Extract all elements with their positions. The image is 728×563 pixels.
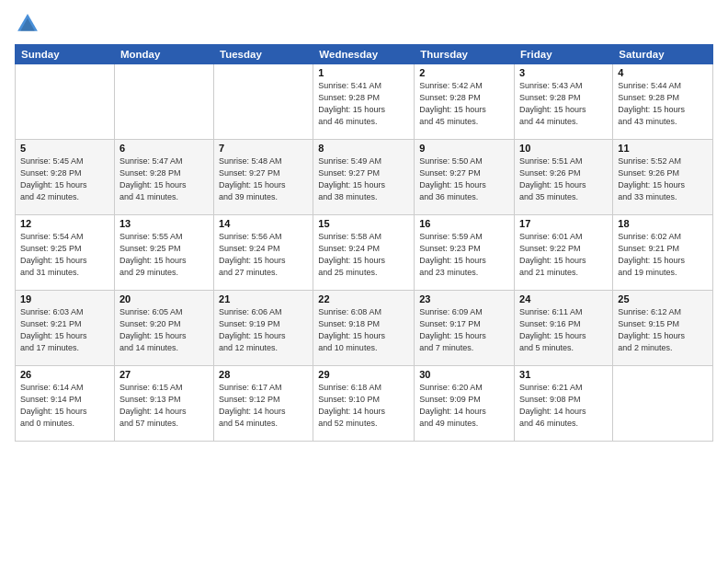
day-info: Sunrise: 6:15 AM Sunset: 9:13 PM Dayligh… bbox=[119, 382, 209, 430]
day-info: Sunrise: 6:12 AM Sunset: 9:15 PM Dayligh… bbox=[618, 306, 708, 354]
calendar-cell: 5Sunrise: 5:45 AM Sunset: 9:28 PM Daylig… bbox=[16, 140, 115, 215]
calendar-cell: 21Sunrise: 6:06 AM Sunset: 9:19 PM Dayli… bbox=[214, 291, 313, 366]
weekday-header-saturday: Saturday bbox=[613, 45, 713, 64]
calendar-cell: 2Sunrise: 5:42 AM Sunset: 9:28 PM Daylig… bbox=[415, 64, 515, 140]
day-number: 27 bbox=[119, 369, 209, 380]
day-number: 13 bbox=[119, 218, 209, 229]
day-info: Sunrise: 5:58 AM Sunset: 9:24 PM Dayligh… bbox=[318, 231, 409, 279]
calendar-cell: 26Sunrise: 6:14 AM Sunset: 9:14 PM Dayli… bbox=[16, 366, 115, 442]
weekday-header-tuesday: Tuesday bbox=[214, 45, 313, 64]
day-number: 30 bbox=[419, 369, 509, 380]
calendar-cell bbox=[613, 366, 713, 442]
day-number: 29 bbox=[318, 369, 409, 380]
calendar-cell: 12Sunrise: 5:54 AM Sunset: 9:25 PM Dayli… bbox=[16, 215, 115, 291]
day-number: 3 bbox=[519, 67, 608, 78]
day-info: Sunrise: 6:18 AM Sunset: 9:10 PM Dayligh… bbox=[318, 382, 409, 430]
day-info: Sunrise: 6:01 AM Sunset: 9:22 PM Dayligh… bbox=[519, 231, 608, 279]
calendar-cell: 19Sunrise: 6:03 AM Sunset: 9:21 PM Dayli… bbox=[16, 291, 115, 366]
weekday-header-row: SundayMondayTuesdayWednesdayThursdayFrid… bbox=[16, 45, 713, 64]
week-row-5: 26Sunrise: 6:14 AM Sunset: 9:14 PM Dayli… bbox=[16, 366, 713, 442]
calendar-cell: 24Sunrise: 6:11 AM Sunset: 9:16 PM Dayli… bbox=[515, 291, 613, 366]
day-info: Sunrise: 5:48 AM Sunset: 9:27 PM Dayligh… bbox=[219, 155, 308, 203]
calendar-cell: 20Sunrise: 6:05 AM Sunset: 9:20 PM Dayli… bbox=[114, 291, 213, 366]
day-info: Sunrise: 6:20 AM Sunset: 9:09 PM Dayligh… bbox=[419, 382, 509, 430]
day-info: Sunrise: 5:52 AM Sunset: 9:26 PM Dayligh… bbox=[618, 155, 708, 203]
day-info: Sunrise: 6:17 AM Sunset: 9:12 PM Dayligh… bbox=[219, 382, 308, 430]
calendar-cell: 3Sunrise: 5:43 AM Sunset: 9:28 PM Daylig… bbox=[515, 64, 613, 140]
day-number: 31 bbox=[519, 369, 608, 380]
day-info: Sunrise: 6:02 AM Sunset: 9:21 PM Dayligh… bbox=[618, 231, 708, 279]
day-info: Sunrise: 5:44 AM Sunset: 9:28 PM Dayligh… bbox=[618, 80, 708, 128]
week-row-2: 5Sunrise: 5:45 AM Sunset: 9:28 PM Daylig… bbox=[16, 140, 713, 215]
day-number: 21 bbox=[219, 293, 308, 304]
day-info: Sunrise: 6:14 AM Sunset: 9:14 PM Dayligh… bbox=[20, 382, 109, 430]
calendar-cell: 6Sunrise: 5:47 AM Sunset: 9:28 PM Daylig… bbox=[114, 140, 213, 215]
day-number: 23 bbox=[419, 293, 509, 304]
calendar-cell: 31Sunrise: 6:21 AM Sunset: 9:08 PM Dayli… bbox=[515, 366, 613, 442]
day-info: Sunrise: 5:49 AM Sunset: 9:27 PM Dayligh… bbox=[318, 155, 409, 203]
day-number: 8 bbox=[318, 143, 409, 154]
calendar-cell: 14Sunrise: 5:56 AM Sunset: 9:24 PM Dayli… bbox=[214, 215, 313, 291]
calendar-cell: 1Sunrise: 5:41 AM Sunset: 9:28 PM Daylig… bbox=[313, 64, 415, 140]
day-info: Sunrise: 5:51 AM Sunset: 9:26 PM Dayligh… bbox=[519, 155, 608, 203]
day-number: 18 bbox=[618, 218, 708, 229]
calendar-cell: 22Sunrise: 6:08 AM Sunset: 9:18 PM Dayli… bbox=[313, 291, 415, 366]
day-number: 6 bbox=[119, 143, 209, 154]
day-info: Sunrise: 5:45 AM Sunset: 9:28 PM Dayligh… bbox=[20, 155, 109, 203]
weekday-header-monday: Monday bbox=[114, 45, 213, 64]
calendar-cell: 27Sunrise: 6:15 AM Sunset: 9:13 PM Dayli… bbox=[114, 366, 213, 442]
calendar-cell: 4Sunrise: 5:44 AM Sunset: 9:28 PM Daylig… bbox=[613, 64, 713, 140]
calendar-cell: 18Sunrise: 6:02 AM Sunset: 9:21 PM Dayli… bbox=[613, 215, 713, 291]
day-number: 10 bbox=[519, 143, 608, 154]
calendar-cell: 23Sunrise: 6:09 AM Sunset: 9:17 PM Dayli… bbox=[415, 291, 515, 366]
day-number: 14 bbox=[219, 218, 308, 229]
week-row-4: 19Sunrise: 6:03 AM Sunset: 9:21 PM Dayli… bbox=[16, 291, 713, 366]
day-info: Sunrise: 5:55 AM Sunset: 9:25 PM Dayligh… bbox=[119, 231, 209, 279]
calendar-cell: 17Sunrise: 6:01 AM Sunset: 9:22 PM Dayli… bbox=[515, 215, 613, 291]
calendar-cell: 25Sunrise: 6:12 AM Sunset: 9:15 PM Dayli… bbox=[613, 291, 713, 366]
calendar-cell: 9Sunrise: 5:50 AM Sunset: 9:27 PM Daylig… bbox=[415, 140, 515, 215]
day-number: 17 bbox=[519, 218, 608, 229]
day-number: 20 bbox=[119, 293, 209, 304]
day-info: Sunrise: 5:42 AM Sunset: 9:28 PM Dayligh… bbox=[419, 80, 509, 128]
calendar-cell bbox=[214, 64, 313, 140]
calendar-cell bbox=[114, 64, 213, 140]
page-container: SundayMondayTuesdayWednesdayThursdayFrid… bbox=[0, 0, 728, 563]
day-info: Sunrise: 6:06 AM Sunset: 9:19 PM Dayligh… bbox=[219, 306, 308, 354]
day-number: 5 bbox=[20, 143, 109, 154]
day-number: 22 bbox=[318, 293, 409, 304]
day-number: 11 bbox=[618, 143, 708, 154]
weekday-header-thursday: Thursday bbox=[415, 45, 515, 64]
day-number: 4 bbox=[618, 67, 708, 78]
day-info: Sunrise: 5:47 AM Sunset: 9:28 PM Dayligh… bbox=[119, 155, 209, 203]
calendar-cell: 10Sunrise: 5:51 AM Sunset: 9:26 PM Dayli… bbox=[515, 140, 613, 215]
day-number: 2 bbox=[419, 67, 509, 78]
weekday-header-wednesday: Wednesday bbox=[313, 45, 415, 64]
day-info: Sunrise: 6:21 AM Sunset: 9:08 PM Dayligh… bbox=[519, 382, 608, 430]
day-number: 16 bbox=[419, 218, 509, 229]
calendar-cell: 11Sunrise: 5:52 AM Sunset: 9:26 PM Dayli… bbox=[613, 140, 713, 215]
calendar-cell bbox=[16, 64, 115, 140]
day-number: 7 bbox=[219, 143, 308, 154]
calendar-cell: 30Sunrise: 6:20 AM Sunset: 9:09 PM Dayli… bbox=[415, 366, 515, 442]
day-info: Sunrise: 5:41 AM Sunset: 9:28 PM Dayligh… bbox=[318, 80, 409, 128]
day-info: Sunrise: 6:09 AM Sunset: 9:17 PM Dayligh… bbox=[419, 306, 509, 354]
logo-icon bbox=[15, 11, 40, 37]
weekday-header-friday: Friday bbox=[515, 45, 613, 64]
calendar-cell: 16Sunrise: 5:59 AM Sunset: 9:23 PM Dayli… bbox=[415, 215, 515, 291]
day-info: Sunrise: 5:43 AM Sunset: 9:28 PM Dayligh… bbox=[519, 80, 608, 128]
day-info: Sunrise: 6:03 AM Sunset: 9:21 PM Dayligh… bbox=[20, 306, 109, 354]
day-number: 15 bbox=[318, 218, 409, 229]
day-info: Sunrise: 5:59 AM Sunset: 9:23 PM Dayligh… bbox=[419, 231, 509, 279]
week-row-1: 1Sunrise: 5:41 AM Sunset: 9:28 PM Daylig… bbox=[16, 64, 713, 140]
header bbox=[15, 11, 713, 37]
day-info: Sunrise: 6:11 AM Sunset: 9:16 PM Dayligh… bbox=[519, 306, 608, 354]
calendar-cell: 13Sunrise: 5:55 AM Sunset: 9:25 PM Dayli… bbox=[114, 215, 213, 291]
calendar: SundayMondayTuesdayWednesdayThursdayFrid… bbox=[15, 44, 713, 442]
day-number: 26 bbox=[20, 369, 109, 380]
week-row-3: 12Sunrise: 5:54 AM Sunset: 9:25 PM Dayli… bbox=[16, 215, 713, 291]
day-number: 1 bbox=[318, 67, 409, 78]
day-number: 24 bbox=[519, 293, 608, 304]
calendar-cell: 29Sunrise: 6:18 AM Sunset: 9:10 PM Dayli… bbox=[313, 366, 415, 442]
day-number: 19 bbox=[20, 293, 109, 304]
